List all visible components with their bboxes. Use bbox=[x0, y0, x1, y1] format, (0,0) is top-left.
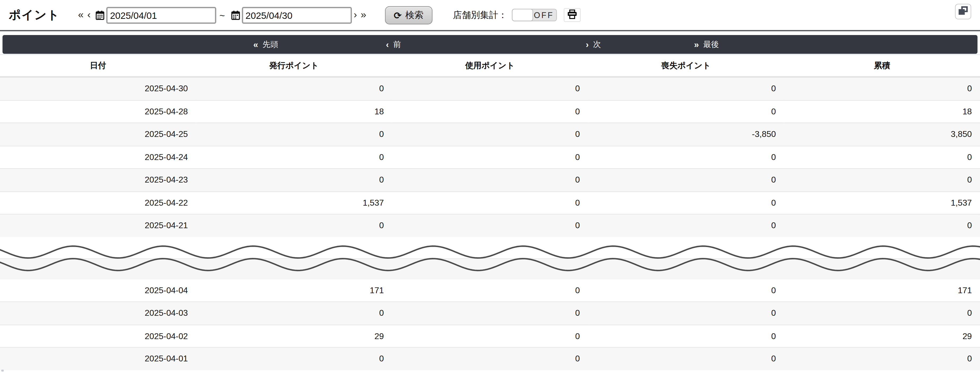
pagination-bar: « 先頭 ‹ 前 › 次 » 最後 bbox=[2, 35, 977, 54]
pagination-next-label: 次 bbox=[593, 39, 601, 49]
cell-issued-points: 0 bbox=[196, 302, 392, 324]
points-table: 日付 発行ポイント 使用ポイント 喪失ポイント 累積 2025-04-30000… bbox=[0, 55, 980, 237]
pagination-first-label: 先頭 bbox=[262, 39, 278, 49]
cell-date: 2025-04-01 bbox=[0, 347, 196, 370]
table-header: 日付 発行ポイント 使用ポイント 喪失ポイント 累積 bbox=[0, 55, 980, 77]
table-row: 2025-04-02290029 bbox=[0, 324, 980, 347]
cell-issued-points: 0 bbox=[196, 169, 392, 191]
cell-cumulative: 18 bbox=[784, 100, 980, 123]
cell-issued-points: 171 bbox=[196, 279, 392, 302]
cell-used-points: 0 bbox=[392, 324, 588, 347]
cell-lost-points: 0 bbox=[588, 77, 784, 100]
cell-lost-points: 0 bbox=[588, 146, 784, 169]
wave-lines bbox=[0, 237, 980, 279]
cell-date: 2025-04-21 bbox=[0, 214, 196, 237]
cell-lost-points: 0 bbox=[588, 279, 784, 302]
col-header-used-points: 使用ポイント bbox=[392, 55, 588, 77]
date-fast-prev-button[interactable]: « bbox=[76, 10, 85, 20]
printer-icon bbox=[566, 9, 577, 21]
calendar-icon[interactable] bbox=[92, 10, 106, 20]
cell-issued-points: 0 bbox=[196, 77, 392, 100]
table-row: 2025-04-230000 bbox=[0, 169, 980, 191]
table-row: 2025-04-010000 bbox=[0, 347, 980, 370]
table-row: 2025-04-2500-3,8503,850 bbox=[0, 123, 980, 146]
col-header-lost-points: 喪失ポイント bbox=[588, 55, 784, 77]
cell-cumulative: 0 bbox=[784, 302, 980, 324]
refresh-icon: ⟳ bbox=[394, 10, 402, 20]
cell-cumulative: 0 bbox=[784, 169, 980, 191]
cell-lost-points: 0 bbox=[588, 191, 784, 214]
pagination-prev-label: 前 bbox=[393, 39, 401, 49]
cell-date: 2025-04-23 bbox=[0, 169, 196, 191]
cell-issued-points: 0 bbox=[196, 347, 392, 370]
pagination-next[interactable]: › 次 bbox=[586, 35, 601, 54]
cell-cumulative: 3,850 bbox=[784, 123, 980, 146]
pagination-last[interactable]: » 最後 bbox=[694, 35, 719, 54]
cell-cumulative: 0 bbox=[784, 214, 980, 237]
table-body-top: 2025-04-3000002025-04-281800182025-04-25… bbox=[0, 77, 980, 237]
table-row: 2025-04-28180018 bbox=[0, 100, 980, 123]
table-row: 2025-04-240000 bbox=[0, 146, 980, 169]
cell-cumulative: 1,537 bbox=[784, 191, 980, 214]
date-fast-next-button[interactable]: » bbox=[359, 10, 368, 20]
cell-used-points: 0 bbox=[392, 279, 588, 302]
cell-used-points: 0 bbox=[392, 302, 588, 324]
cell-issued-points: 18 bbox=[196, 100, 392, 123]
cell-lost-points: 0 bbox=[588, 100, 784, 123]
table-row: 2025-04-221,537001,537 bbox=[0, 191, 980, 214]
cell-cumulative: 0 bbox=[784, 77, 980, 100]
pagination-prev[interactable]: ‹ 前 bbox=[386, 35, 401, 54]
overlap-squares-icon bbox=[958, 6, 968, 18]
toolbar-gap bbox=[0, 31, 980, 35]
search-button[interactable]: ⟳ 検索 bbox=[385, 6, 432, 24]
table-row: 2025-04-300000 bbox=[0, 77, 980, 100]
cell-issued-points: 0 bbox=[196, 146, 392, 169]
chevron-left-icon: ‹ bbox=[386, 40, 389, 49]
toggle-knob[interactable] bbox=[512, 9, 533, 21]
cell-used-points: 0 bbox=[392, 214, 588, 237]
cell-used-points: 0 bbox=[392, 123, 588, 146]
date-from-input[interactable] bbox=[106, 6, 216, 24]
cell-date: 2025-04-02 bbox=[0, 324, 196, 347]
cell-cumulative: 0 bbox=[784, 146, 980, 169]
pagination-last-label: 最後 bbox=[703, 39, 719, 49]
cell-lost-points: -3,850 bbox=[588, 123, 784, 146]
cell-used-points: 0 bbox=[392, 146, 588, 169]
expand-window-button[interactable] bbox=[955, 4, 971, 19]
double-chevron-left-icon: « bbox=[253, 40, 258, 49]
print-button[interactable] bbox=[563, 8, 581, 22]
points-page: ポイント « ‹ ~ bbox=[0, 0, 980, 372]
cell-cumulative: 171 bbox=[784, 279, 980, 302]
store-summary-label: 店舗別集計： bbox=[453, 9, 507, 21]
cell-issued-points: 0 bbox=[196, 123, 392, 146]
cell-lost-points: 0 bbox=[588, 324, 784, 347]
cell-date: 2025-04-03 bbox=[0, 302, 196, 324]
table-row: 2025-04-030000 bbox=[0, 302, 980, 324]
col-header-cumulative: 累積 bbox=[784, 55, 980, 77]
chevron-right-icon: › bbox=[586, 40, 589, 49]
calendar-icon[interactable] bbox=[228, 10, 242, 20]
torn-edge-separator bbox=[0, 237, 980, 279]
cell-cumulative: 29 bbox=[784, 324, 980, 347]
cell-lost-points: 0 bbox=[588, 347, 784, 370]
table-row: 2025-04-210000 bbox=[0, 214, 980, 237]
date-range-separator: ~ bbox=[216, 10, 228, 21]
table-row: 2025-04-0417100171 bbox=[0, 279, 980, 302]
date-next-button[interactable]: › bbox=[352, 10, 359, 20]
cell-date: 2025-04-22 bbox=[0, 191, 196, 214]
cell-lost-points: 0 bbox=[588, 214, 784, 237]
cell-date: 2025-04-28 bbox=[0, 100, 196, 123]
toolbar: ポイント « ‹ ~ bbox=[0, 0, 980, 31]
cell-cumulative: 0 bbox=[784, 347, 980, 370]
cell-date: 2025-04-25 bbox=[0, 123, 196, 146]
points-table-continued: 2025-04-04171001712025-04-0300002025-04-… bbox=[0, 279, 980, 370]
store-summary-toggle[interactable]: OFF bbox=[512, 9, 557, 21]
cell-used-points: 0 bbox=[392, 191, 588, 214]
date-prev-button[interactable]: ‹ bbox=[85, 10, 92, 20]
cell-issued-points: 1,537 bbox=[196, 191, 392, 214]
cell-issued-points: 29 bbox=[196, 324, 392, 347]
search-button-label: 検索 bbox=[406, 9, 423, 21]
date-to-input[interactable] bbox=[242, 6, 352, 24]
col-header-issued-points: 発行ポイント bbox=[196, 55, 392, 77]
pagination-first[interactable]: « 先頭 bbox=[253, 35, 278, 54]
